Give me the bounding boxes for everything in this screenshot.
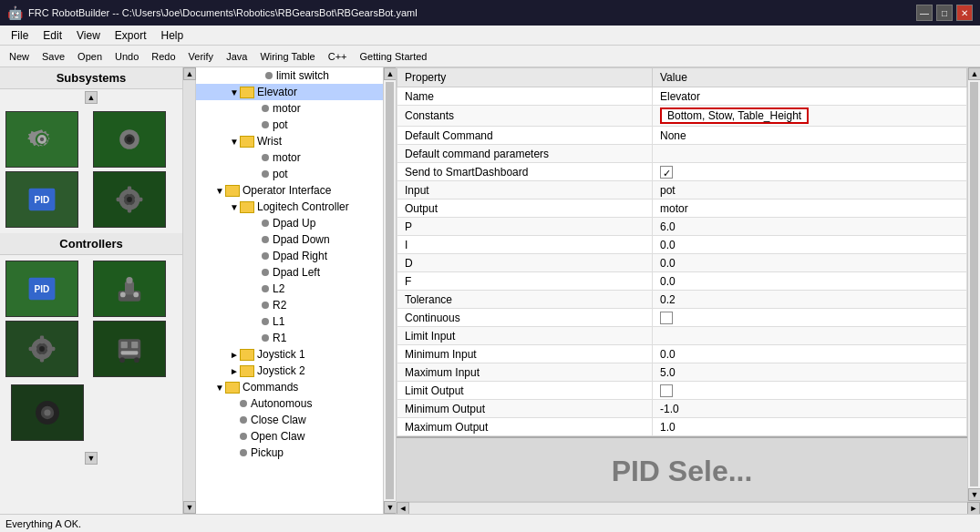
controller-icon-4[interactable] bbox=[93, 321, 166, 377]
tree-item[interactable]: ▼Wrist bbox=[196, 133, 383, 149]
maximize-button[interactable]: □ bbox=[936, 5, 953, 21]
expand-icon[interactable]: ▼ bbox=[229, 202, 240, 212]
tree-item[interactable]: motor bbox=[196, 100, 383, 117]
controller-icon-5[interactable] bbox=[11, 384, 84, 441]
prop-value[interactable]: Bottom, Stow, Table_Height bbox=[653, 106, 967, 127]
prop-value[interactable]: 1.0 bbox=[653, 418, 967, 436]
left-vscroll-down[interactable]: ▼ bbox=[183, 501, 196, 514]
properties-content: Property Value NameElevatorConstantsBott… bbox=[397, 67, 967, 501]
tree-item[interactable]: ►Joystick 1 bbox=[196, 346, 383, 363]
toolbar-open[interactable]: Open bbox=[72, 49, 108, 64]
controller-icon-3[interactable] bbox=[5, 321, 78, 377]
expand-icon[interactable]: ▼ bbox=[229, 87, 240, 97]
prop-value[interactable]: 6.0 bbox=[653, 218, 967, 236]
expand-icon[interactable]: ▼ bbox=[229, 137, 240, 147]
tree-scroll-up[interactable]: ▲ bbox=[384, 67, 396, 80]
expand-icon[interactable]: ► bbox=[229, 350, 240, 360]
toolbar-save[interactable]: Save bbox=[36, 49, 70, 64]
tree-item[interactable]: ▼Commands bbox=[196, 379, 383, 395]
tree-item[interactable]: ▼Elevator bbox=[196, 84, 383, 100]
prop-value[interactable]: 0.0 bbox=[653, 236, 967, 254]
tree-item-label: Pickup bbox=[251, 446, 284, 459]
prop-value[interactable]: 0.0 bbox=[653, 345, 967, 363]
expand-icon[interactable]: ► bbox=[229, 366, 240, 376]
prop-value[interactable] bbox=[653, 327, 967, 345]
titlebar: 🤖 FRC RobotBuilder -- C:\Users\Joe\Docum… bbox=[0, 0, 980, 26]
tree-item[interactable]: Open Claw bbox=[196, 428, 383, 445]
toolbar-wiring-table[interactable]: Wiring Table bbox=[254, 49, 320, 64]
toolbar-redo[interactable]: Redo bbox=[146, 49, 181, 64]
prop-value[interactable]: 0.0 bbox=[653, 254, 967, 272]
tree-item[interactable]: Pickup bbox=[196, 445, 383, 461]
toolbar-getting-started[interactable]: Getting Started bbox=[355, 49, 433, 64]
tree-item[interactable]: Autonomous bbox=[196, 395, 383, 412]
close-button[interactable]: ✕ bbox=[956, 5, 973, 21]
tree-item[interactable]: limit switch bbox=[196, 67, 383, 84]
tree-vscrollbar[interactable]: ▲ ▼ bbox=[383, 67, 396, 514]
subsystems-scroll-up[interactable]: ▲ bbox=[85, 91, 98, 104]
tree-scroll-down[interactable]: ▼ bbox=[384, 501, 396, 514]
tree-item-label: R1 bbox=[273, 332, 286, 344]
tree-item-label: Dpad Up bbox=[273, 217, 315, 230]
prop-value[interactable]: None bbox=[653, 127, 967, 145]
right-hscroll-right[interactable]: ► bbox=[967, 502, 980, 515]
left-panel-scroll-down[interactable]: ▼ bbox=[85, 452, 98, 465]
menu-view[interactable]: View bbox=[69, 27, 108, 44]
tree-item[interactable]: R1 bbox=[196, 330, 383, 346]
right-scroll-down[interactable]: ▼ bbox=[968, 488, 980, 501]
prop-value[interactable]: 5.0 bbox=[653, 363, 967, 382]
prop-checkbox[interactable]: ✓ bbox=[660, 166, 673, 179]
prop-value[interactable]: -1.0 bbox=[653, 400, 967, 418]
menu-help[interactable]: Help bbox=[154, 27, 191, 44]
expand-icon[interactable]: ▼ bbox=[214, 383, 225, 393]
controller-icon-2[interactable] bbox=[93, 261, 166, 317]
tree-item[interactable]: Dpad Right bbox=[196, 248, 383, 264]
tree-item[interactable]: Dpad Down bbox=[196, 231, 383, 248]
prop-checkbox[interactable] bbox=[660, 312, 673, 324]
tree-item[interactable]: ▼Operator Interface bbox=[196, 182, 383, 199]
subsystem-icon-2[interactable] bbox=[93, 111, 166, 168]
tree-item[interactable]: motor bbox=[196, 149, 383, 166]
prop-value[interactable]: pot bbox=[653, 181, 967, 200]
tree-item[interactable]: L2 bbox=[196, 281, 383, 297]
right-hscroll-left[interactable]: ◄ bbox=[397, 502, 409, 515]
tree-item-label: motor bbox=[273, 102, 301, 115]
prop-value[interactable] bbox=[653, 145, 967, 163]
toolbar-java[interactable]: Java bbox=[221, 49, 253, 64]
prop-checkbox[interactable] bbox=[660, 384, 673, 397]
controllers-title: Controllers bbox=[0, 233, 182, 255]
controller-icon-1[interactable]: PID bbox=[5, 261, 78, 317]
menu-export[interactable]: Export bbox=[108, 27, 154, 44]
tree-item[interactable]: pot bbox=[196, 166, 383, 182]
right-hscrollbar[interactable]: ◄ ► bbox=[397, 501, 980, 514]
minimize-button[interactable]: — bbox=[916, 5, 933, 21]
tree-item[interactable]: Dpad Left bbox=[196, 264, 383, 281]
tree-item[interactable]: Close Claw bbox=[196, 412, 383, 428]
tree-item[interactable]: ▼Logitech Controller bbox=[196, 199, 383, 215]
subsystem-icon-4[interactable] bbox=[93, 171, 166, 228]
right-scroll-up[interactable]: ▲ bbox=[968, 67, 980, 80]
prop-value[interactable]: 0.2 bbox=[653, 291, 967, 309]
prop-value[interactable]: 0.0 bbox=[653, 272, 967, 291]
prop-value[interactable]: Elevator bbox=[653, 87, 967, 106]
prop-name: Limit Input bbox=[397, 327, 653, 345]
right-vscrollbar[interactable]: ▲ ▼ bbox=[967, 67, 980, 501]
tree-item[interactable]: Dpad Up bbox=[196, 215, 383, 231]
tree-item[interactable]: R2 bbox=[196, 297, 383, 313]
tree-item[interactable]: ►Joystick 2 bbox=[196, 363, 383, 379]
subsystem-icon-3[interactable]: PID bbox=[5, 171, 78, 228]
subsystem-icon-1[interactable] bbox=[5, 111, 78, 168]
toolbar-undo[interactable]: Undo bbox=[109, 49, 144, 64]
prop-value[interactable]: motor bbox=[653, 200, 967, 218]
menu-edit[interactable]: Edit bbox=[36, 27, 69, 44]
toolbar-new[interactable]: New bbox=[4, 49, 35, 64]
toolbar-verify[interactable]: Verify bbox=[183, 49, 220, 64]
prop-name: Continuous bbox=[397, 309, 653, 327]
tree-item[interactable]: pot bbox=[196, 117, 383, 133]
expand-icon[interactable]: ▼ bbox=[214, 186, 225, 196]
highlighted-value[interactable]: Bottom, Stow, Table_Height bbox=[660, 107, 809, 124]
tree-item[interactable]: L1 bbox=[196, 313, 383, 330]
left-vscroll-up[interactable]: ▲ bbox=[183, 67, 196, 80]
menu-file[interactable]: File bbox=[4, 27, 36, 44]
toolbar-cpp[interactable]: C++ bbox=[323, 49, 353, 64]
